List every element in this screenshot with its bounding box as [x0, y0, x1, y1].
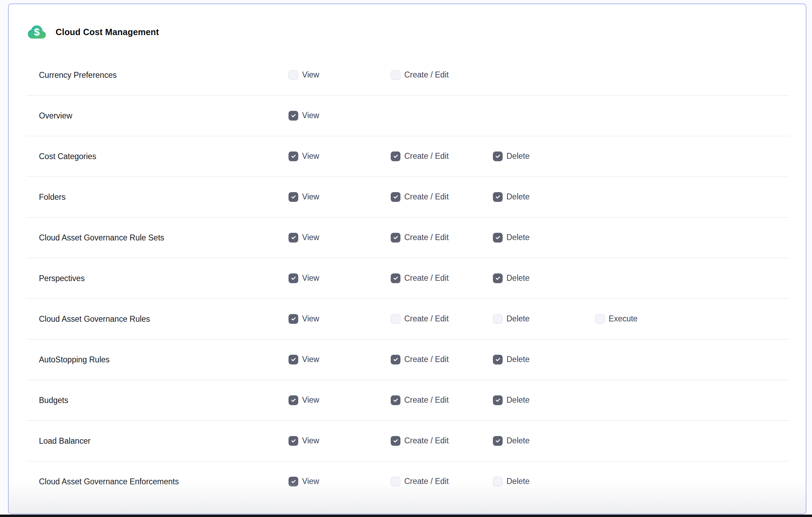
bottom-window-edge	[0, 515, 812, 517]
module-title: Cloud Cost Management	[56, 27, 159, 37]
permission-cell: View	[289, 273, 319, 283]
checkbox-label: View	[302, 151, 319, 161]
permission-cell: Create / Edit	[391, 436, 449, 446]
view-checkbox[interactable]	[289, 355, 298, 364]
checkbox-label: View	[302, 233, 319, 242]
resource-label: Cloud Asset Governance Rules	[39, 314, 150, 323]
permission-cell: View	[289, 395, 319, 405]
create-edit-checkbox[interactable]	[391, 314, 400, 324]
permission-cell: View	[289, 477, 319, 486]
resource-label: Budgets	[39, 395, 68, 405]
create-edit-checkbox[interactable]	[391, 436, 400, 446]
checkmark-icon	[291, 235, 297, 240]
cloud-dollar-icon: $	[27, 23, 47, 41]
view-checkbox[interactable]	[289, 111, 298, 121]
view-checkbox[interactable]	[289, 477, 298, 486]
permission-cell: View	[289, 70, 319, 80]
checkbox-label: Create / Edit	[404, 233, 449, 242]
create-edit-checkbox[interactable]	[391, 192, 400, 202]
permission-cell: View	[289, 151, 319, 161]
checkbox-label: Delete	[506, 355, 529, 364]
permission-cell: Delete	[493, 273, 529, 283]
checkmark-icon	[291, 438, 297, 444]
checkbox-label: Delete	[506, 192, 529, 202]
delete-checkbox[interactable]	[493, 477, 503, 486]
checkbox-label: Create / Edit	[404, 436, 449, 445]
execute-checkbox[interactable]	[595, 314, 605, 324]
create-edit-checkbox[interactable]	[391, 355, 400, 364]
checkmark-icon	[291, 113, 297, 118]
permission-row: Currency Preferences ViewCreate / Edit	[9, 55, 806, 95]
view-checkbox[interactable]	[289, 436, 298, 446]
delete-checkbox[interactable]	[493, 436, 503, 446]
checkmark-icon	[393, 153, 399, 159]
checkmark-icon	[393, 356, 399, 362]
checkbox-label: View	[302, 436, 319, 445]
checkbox-label: View	[302, 273, 319, 283]
delete-checkbox[interactable]	[493, 233, 503, 243]
view-checkbox[interactable]	[289, 314, 298, 324]
permission-row: Folders ViewCreate / EditDelete	[9, 177, 806, 217]
permission-cell: Delete	[493, 436, 529, 446]
permission-row: AutoStopping Rules ViewCreate / EditDele…	[9, 339, 806, 380]
checkmark-icon	[495, 153, 501, 159]
permission-row: Perspectives ViewCreate / EditDelete	[9, 258, 806, 298]
checkbox-label: Delete	[506, 436, 529, 445]
resource-label: Folders	[39, 192, 66, 202]
checkmark-icon	[291, 194, 297, 200]
create-edit-checkbox[interactable]	[391, 477, 400, 486]
delete-checkbox[interactable]	[493, 314, 503, 324]
view-checkbox[interactable]	[289, 70, 298, 80]
view-checkbox[interactable]	[289, 151, 298, 161]
checkmark-icon	[495, 356, 501, 362]
checkmark-icon	[291, 356, 297, 362]
view-checkbox[interactable]	[289, 395, 298, 405]
checkbox-label: Delete	[506, 273, 529, 283]
checkbox-label: Create / Edit	[404, 395, 449, 405]
checkbox-label: View	[302, 314, 319, 323]
checkmark-icon	[291, 316, 297, 322]
resource-label: Cloud Asset Governance Rule Sets	[39, 233, 164, 242]
create-edit-checkbox[interactable]	[391, 233, 400, 243]
permission-row: Budgets ViewCreate / EditDelete	[9, 380, 806, 420]
checkbox-label: Create / Edit	[404, 192, 449, 202]
permission-row: Cloud Asset Governance Rule Sets ViewCre…	[9, 217, 806, 258]
delete-checkbox[interactable]	[493, 192, 503, 202]
checkbox-label: Delete	[506, 395, 529, 405]
view-checkbox[interactable]	[289, 233, 298, 243]
checkbox-label: Execute	[609, 314, 638, 323]
checkbox-label: View	[302, 395, 319, 405]
resource-label: Perspectives	[39, 273, 85, 283]
checkbox-label: Delete	[506, 151, 529, 161]
create-edit-checkbox[interactable]	[391, 273, 400, 283]
permissions-list: Currency Preferences ViewCreate / Edit O…	[9, 55, 806, 502]
delete-checkbox[interactable]	[493, 151, 503, 161]
permission-cell: Create / Edit	[391, 477, 449, 486]
view-checkbox[interactable]	[289, 273, 298, 283]
checkbox-label: Delete	[506, 314, 529, 323]
checkmark-icon	[495, 397, 501, 403]
view-checkbox[interactable]	[289, 192, 298, 202]
create-edit-checkbox[interactable]	[391, 70, 400, 80]
svg-text:$: $	[34, 26, 40, 38]
permission-row: Overview View	[9, 95, 806, 136]
delete-checkbox[interactable]	[493, 355, 503, 364]
permission-cell: View	[289, 355, 319, 364]
checkbox-label: View	[302, 477, 319, 486]
delete-checkbox[interactable]	[493, 273, 503, 283]
checkbox-label: View	[302, 355, 319, 364]
checkbox-label: View	[302, 111, 319, 120]
permission-cell: Delete	[493, 151, 529, 161]
permissions-card: $ Cloud Cost Management Currency Prefere…	[8, 3, 806, 514]
module-header: $ Cloud Cost Management	[27, 23, 159, 41]
checkbox-label: Create / Edit	[404, 273, 449, 283]
permission-cell: Delete	[493, 314, 529, 324]
checkbox-label: Create / Edit	[404, 314, 449, 323]
permission-cell: Create / Edit	[391, 233, 449, 243]
delete-checkbox[interactable]	[493, 395, 503, 405]
resource-label: Overview	[39, 111, 72, 120]
permission-cell: Create / Edit	[391, 355, 449, 364]
create-edit-checkbox[interactable]	[391, 151, 400, 161]
permission-row: Load Balancer ViewCreate / EditDelete	[9, 420, 806, 461]
create-edit-checkbox[interactable]	[391, 395, 400, 405]
